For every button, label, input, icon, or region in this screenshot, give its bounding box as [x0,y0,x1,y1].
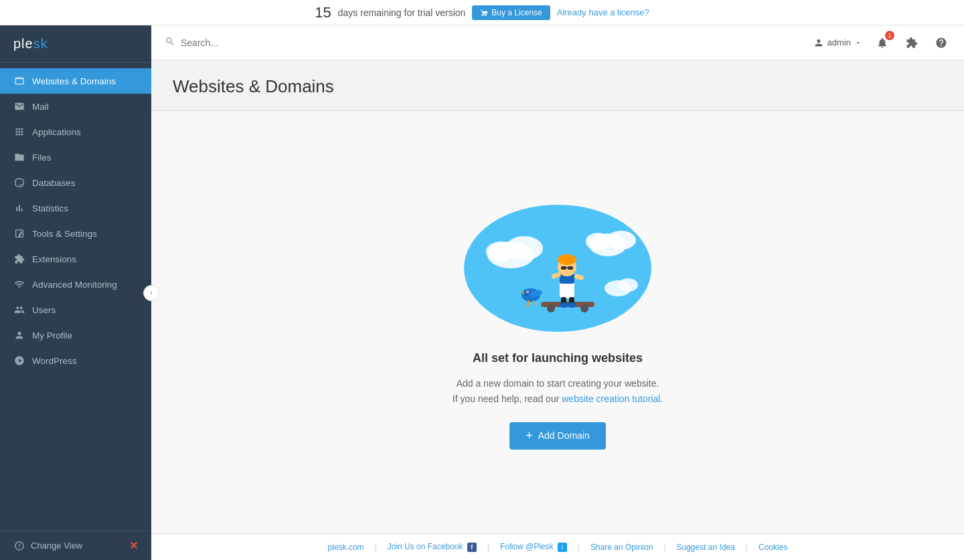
profile-icon [13,329,25,341]
trial-days-number: 15 [315,4,331,21]
statistics-icon [13,202,25,214]
trial-bar: 15 days remaining for trial version Buy … [0,0,964,25]
files-icon [13,151,25,163]
top-bar: admin 1 [151,25,964,60]
svg-point-3 [486,242,515,262]
buy-license-button[interactable]: Buy a License [472,5,550,20]
content-area: admin 1 Websites & Domains [151,25,964,560]
sidebar-logo: plesk [0,25,151,63]
search-input[interactable] [181,37,432,48]
empty-state: All set for launching websites Add a new… [453,195,663,450]
top-bar-right: admin 1 [813,33,951,52]
sidebar-label: My Profile [32,331,72,341]
svg-rect-22 [561,266,566,270]
sidebar-collapse-button[interactable]: ‹ [143,285,159,301]
admin-menu[interactable]: admin [813,37,862,48]
tutorial-link[interactable]: website creation tutorial [562,393,660,404]
cookies-link[interactable]: Cookies [758,543,787,552]
admin-label: admin [827,37,851,48]
sidebar: plesk Websites & Domains Mail [0,25,151,560]
sidebar-label: Applications [32,127,81,137]
search-wrapper [165,36,432,49]
sidebar-label: Statistics [32,203,68,213]
plesk-link[interactable]: plesk.com [328,543,364,552]
sidebar-item-statistics[interactable]: Statistics [0,195,151,221]
svg-point-5 [607,231,636,250]
sidebar-nav: Websites & Domains Mail Applications [0,63,151,531]
sidebar-item-wordpress[interactable]: WordPress [0,348,151,373]
close-change-view-icon[interactable]: ✕ [129,539,138,552]
change-view-button[interactable]: Change View ✕ [0,531,151,560]
sidebar-label: Extensions [32,254,76,264]
empty-state-desc: Add a new domain to start creating your … [453,376,663,406]
sidebar-label: Databases [32,178,76,188]
sidebar-item-tools-settings[interactable]: Tools & Settings [0,221,151,246]
svg-point-21 [558,254,576,265]
suggest-idea-link[interactable]: Suggest an Idea [677,543,735,552]
svg-point-16 [559,302,568,308]
wordpress-icon [13,355,25,367]
sidebar-item-mail[interactable]: Mail [0,94,151,119]
add-domain-label: Add Domain [538,430,590,441]
change-view-label: Change View [31,541,82,551]
notifications-button[interactable]: 1 [873,33,892,52]
help-button[interactable] [932,33,951,52]
facebook-link[interactable]: Join Us on Facebook f [388,542,477,552]
already-license-link[interactable]: Already have a license? [557,7,649,17]
svg-point-10 [547,304,555,312]
change-view-icon [13,540,25,552]
sidebar-label: Users [32,305,56,315]
users-icon [13,304,25,316]
svg-point-8 [618,278,638,292]
applications-icon [13,126,25,138]
svg-point-17 [567,302,576,308]
svg-point-29 [527,291,528,292]
trial-days-text: days remaining for trial version [338,7,466,18]
sidebar-item-applications[interactable]: Applications [0,119,151,145]
tools-icon [13,227,25,240]
sidebar-label: Tools & Settings [32,229,97,239]
svg-point-11 [580,304,588,312]
page-footer: plesk.com | Join Us on Facebook f | Foll… [151,533,964,560]
add-domain-button[interactable]: + Add Domain [509,422,606,450]
sidebar-item-files[interactable]: Files [0,145,151,170]
sidebar-label: Advanced Monitoring [32,280,117,290]
sidebar-label: WordPress [32,356,77,366]
mail-icon [13,100,25,112]
websites-icon [13,75,25,87]
page-title: Websites & Domains [173,76,943,97]
sidebar-item-users[interactable]: Users [0,297,151,322]
notification-badge: 1 [885,31,894,40]
sidebar-label: Files [32,153,52,163]
share-opinion-link[interactable]: Share an Opinion [590,543,653,552]
sidebar-item-advanced-monitoring[interactable]: Advanced Monitoring [0,272,151,297]
sidebar-item-my-profile[interactable]: My Profile [0,322,151,348]
svg-rect-23 [568,266,573,270]
empty-state-title: All set for launching websites [473,351,643,365]
extensions-button[interactable] [902,33,921,52]
empty-illustration [461,195,655,335]
twitter-icon: t [558,543,567,552]
twitter-link[interactable]: Follow @Plesk t [500,542,567,552]
sidebar-label: Mail [32,102,49,112]
buy-license-label: Buy a License [491,8,542,17]
monitoring-icon [13,278,25,290]
search-icon [165,36,175,49]
logo-text: plesk [13,36,48,51]
databases-icon [13,177,25,189]
facebook-icon: f [467,543,477,552]
svg-point-6 [586,233,610,250]
svg-point-0 [464,205,651,332]
sidebar-item-databases[interactable]: Databases [0,170,151,195]
page-header: Websites & Domains [151,60,964,111]
sidebar-label: Websites & Domains [32,76,116,86]
main-content: All set for launching websites Add a new… [151,111,964,533]
plus-icon: + [526,429,533,443]
sidebar-item-websites-domains[interactable]: Websites & Domains [0,68,151,94]
sidebar-item-extensions[interactable]: Extensions [0,246,151,272]
extensions-icon [13,253,25,265]
